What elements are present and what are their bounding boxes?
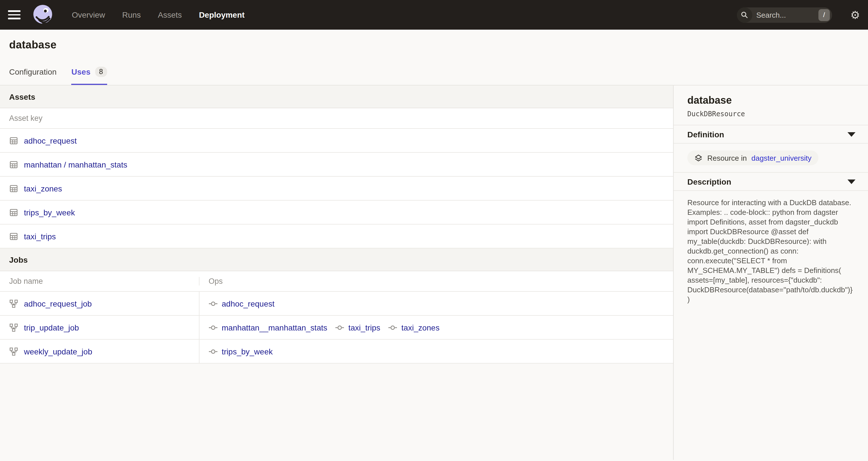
main-nav: Overview Runs Assets Deployment bbox=[72, 10, 245, 19]
op-icon bbox=[209, 347, 218, 356]
op-icon bbox=[209, 323, 218, 332]
asset-row: manhattan / manhattan_stats bbox=[0, 153, 673, 177]
search-shortcut-key: / bbox=[818, 9, 830, 21]
dagster-logo[interactable] bbox=[31, 3, 55, 27]
job-link[interactable]: trip_update_job bbox=[24, 323, 79, 332]
panel-resource-type: DuckDBResource bbox=[687, 110, 854, 118]
asset-link[interactable]: adhoc_request bbox=[24, 136, 76, 145]
definition-badge: Resource in dagster_university bbox=[687, 150, 818, 165]
asset-row: trips_by_week bbox=[0, 201, 673, 224]
op-link[interactable]: adhoc_request bbox=[222, 299, 274, 308]
op-link[interactable]: trips_by_week bbox=[222, 347, 273, 356]
op-item: trips_by_week bbox=[209, 347, 273, 356]
code-location-link[interactable]: dagster_university bbox=[751, 154, 812, 162]
uses-main: Assets Asset key adhoc_request m bbox=[0, 86, 674, 460]
ops-column-header: Ops bbox=[209, 277, 223, 285]
table-icon bbox=[9, 208, 18, 217]
table-icon bbox=[9, 232, 18, 241]
asset-link[interactable]: trips_by_week bbox=[24, 208, 75, 217]
gear-icon: ⚙ bbox=[850, 8, 860, 21]
assets-section-header: Assets bbox=[0, 86, 673, 108]
op-item: adhoc_request bbox=[209, 299, 274, 308]
search-input[interactable] bbox=[752, 10, 804, 19]
op-link[interactable]: taxi_trips bbox=[348, 323, 380, 332]
table-icon bbox=[9, 136, 18, 145]
uses-count-badge: 8 bbox=[95, 67, 107, 77]
section-description-toggle[interactable]: Description bbox=[674, 172, 868, 190]
settings-button[interactable]: ⚙ bbox=[850, 9, 860, 20]
job-icon bbox=[9, 323, 18, 332]
badge-text: Resource in bbox=[707, 154, 747, 162]
top-navigation-bar: Overview Runs Assets Deployment / ⚙ bbox=[0, 0, 868, 30]
description-content: Resource for interacting with a DuckDB d… bbox=[674, 190, 868, 304]
job-link[interactable]: adhoc_request_job bbox=[24, 299, 92, 308]
asset-link[interactable]: taxi_trips bbox=[24, 232, 56, 241]
description-text: Resource for interacting with a DuckDB d… bbox=[687, 198, 854, 304]
resource-detail-panel: database DuckDBResource Definition Resou… bbox=[674, 86, 868, 460]
nav-item-runs[interactable]: Runs bbox=[122, 10, 141, 19]
job-name-column-header: Job name bbox=[9, 277, 43, 285]
nav-item-assets[interactable]: Assets bbox=[158, 10, 182, 19]
menu-button[interactable] bbox=[8, 10, 21, 19]
asset-key-column-header: Asset key bbox=[9, 114, 42, 123]
job-icon bbox=[9, 347, 18, 356]
caret-down-icon bbox=[847, 179, 856, 184]
page-title: database bbox=[9, 30, 859, 51]
op-item: manhattan__manhattan_stats bbox=[209, 323, 328, 332]
job-icon bbox=[9, 299, 18, 308]
layers-icon bbox=[694, 154, 703, 162]
job-row: weekly_update_job trips_by_week bbox=[0, 340, 673, 364]
nav-item-deployment[interactable]: Deployment bbox=[199, 10, 245, 19]
asset-row: adhoc_request bbox=[0, 129, 673, 153]
assets-table-header: Asset key bbox=[0, 108, 673, 129]
content-area: Assets Asset key adhoc_request m bbox=[0, 86, 868, 460]
tab-bar: Configuration Uses 8 bbox=[9, 67, 859, 85]
table-icon bbox=[9, 184, 18, 193]
jobs-table-header: Job name Ops bbox=[0, 271, 673, 292]
asset-link[interactable]: taxi_zones bbox=[24, 184, 62, 193]
panel-title: database bbox=[687, 95, 854, 106]
op-link[interactable]: taxi_zones bbox=[402, 323, 440, 332]
job-row: adhoc_request_job adhoc_request bbox=[0, 292, 673, 316]
search-icon bbox=[737, 7, 752, 23]
op-icon bbox=[335, 323, 344, 332]
job-link[interactable]: weekly_update_job bbox=[24, 347, 92, 356]
op-item: taxi_trips bbox=[335, 323, 380, 332]
op-icon bbox=[389, 323, 398, 332]
op-icon bbox=[209, 299, 218, 308]
nav-item-overview[interactable]: Overview bbox=[72, 10, 105, 19]
app-root: Overview Runs Assets Deployment / ⚙ data… bbox=[0, 0, 868, 461]
asset-link[interactable]: manhattan / manhattan_stats bbox=[24, 160, 127, 169]
definition-content: Resource in dagster_university bbox=[674, 143, 868, 172]
table-icon bbox=[9, 160, 18, 169]
menu-icon bbox=[8, 10, 21, 12]
op-item: taxi_zones bbox=[389, 323, 440, 332]
asset-row: taxi_trips bbox=[0, 224, 673, 248]
tab-configuration[interactable]: Configuration bbox=[9, 67, 57, 85]
tab-uses[interactable]: Uses 8 bbox=[71, 67, 107, 85]
job-row: trip_update_job manhattan__manhattan_sta… bbox=[0, 316, 673, 340]
op-link[interactable]: manhattan__manhattan_stats bbox=[222, 323, 328, 332]
page-header: database Configuration Uses 8 bbox=[0, 30, 868, 86]
search-box[interactable]: / bbox=[737, 7, 832, 23]
jobs-section-header: Jobs bbox=[0, 248, 673, 271]
section-definition-toggle[interactable]: Definition bbox=[674, 125, 868, 143]
caret-down-icon bbox=[847, 132, 856, 136]
asset-row: taxi_zones bbox=[0, 177, 673, 201]
